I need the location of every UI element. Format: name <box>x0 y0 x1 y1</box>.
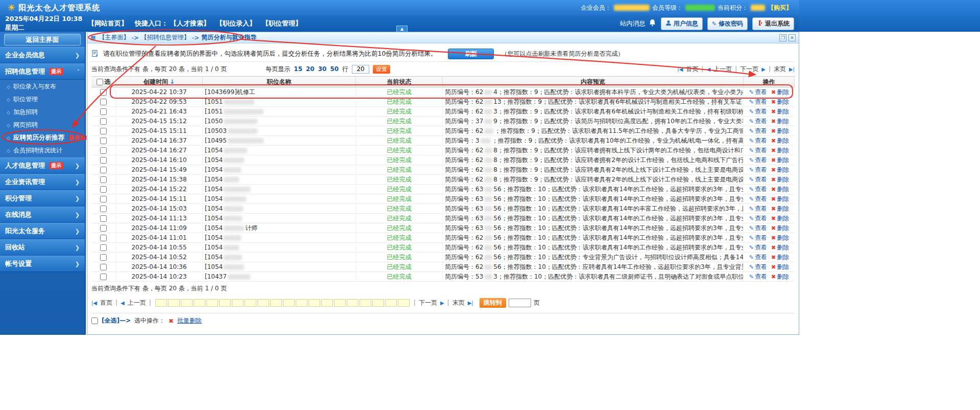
row-checkbox[interactable] <box>100 147 107 154</box>
per-page-option[interactable]: 15 <box>294 65 302 73</box>
delete-link[interactable]: ✖删除 <box>771 175 789 184</box>
per-page-option[interactable]: 30 <box>318 65 327 73</box>
bulk-delete-link[interactable]: 批量删除 <box>177 316 202 325</box>
view-link[interactable]: ✎查看 <box>749 88 767 97</box>
page-box[interactable] <box>181 299 193 307</box>
row-checkbox[interactable] <box>100 254 107 261</box>
row-checkbox[interactable] <box>100 167 107 173</box>
row-checkbox[interactable] <box>100 196 107 202</box>
delete-link[interactable]: ✖删除 <box>771 136 789 145</box>
first-page-link[interactable]: 首页 <box>100 299 112 307</box>
delete-link[interactable]: ✖删除 <box>771 224 789 233</box>
view-link[interactable]: ✎查看 <box>749 214 767 223</box>
sidebar-item[interactable]: 在线消息❯ <box>0 207 85 223</box>
row-checkbox[interactable] <box>100 138 107 144</box>
view-link[interactable]: ✎查看 <box>749 195 767 203</box>
row-checkbox[interactable] <box>100 186 107 193</box>
page-box[interactable] <box>385 299 397 307</box>
row-checkbox[interactable] <box>100 108 107 115</box>
jump-to-page-button[interactable]: 跳转到 <box>480 298 506 308</box>
sidebar-item[interactable]: 企业会员信息❯ <box>0 47 85 63</box>
delete-link[interactable]: ✖删除 <box>771 253 789 262</box>
quick-link[interactable]: 【人才搜索】 <box>170 19 210 28</box>
breadcrumb-recruit-mgmt[interactable]: 【招聘信息管理】 <box>141 33 190 42</box>
row-checkbox[interactable] <box>100 264 107 270</box>
page-box[interactable] <box>347 299 358 307</box>
select-all-link[interactable]: [全选]—> <box>102 316 131 325</box>
first-page-link[interactable]: 首页 <box>686 65 698 74</box>
prev-page-link[interactable]: 上一页 <box>128 299 146 307</box>
delete-link[interactable]: ✖删除 <box>771 88 789 97</box>
buy-points-link[interactable]: 【购买】 <box>768 4 792 12</box>
delete-link[interactable]: ✖删除 <box>771 146 789 155</box>
delete-link[interactable]: ✖删除 <box>771 263 789 271</box>
page-box[interactable] <box>219 299 231 307</box>
page-box[interactable] <box>296 299 307 307</box>
delete-link[interactable]: ✖删除 <box>771 195 789 203</box>
view-link[interactable]: ✎查看 <box>749 107 767 116</box>
view-link[interactable]: ✎查看 <box>749 146 767 155</box>
sidebar-item[interactable]: 回收站❯ <box>0 239 85 256</box>
created-column-label[interactable]: 创建时间 <box>144 78 168 86</box>
next-page-link[interactable]: 下一页 <box>740 65 758 74</box>
page-box[interactable] <box>334 299 346 307</box>
row-checkbox[interactable] <box>100 128 107 134</box>
change-password-button[interactable]: ✎ 修改密码 <box>707 17 748 30</box>
delete-link[interactable]: ✖删除 <box>771 204 789 213</box>
row-checkbox[interactable] <box>100 118 107 125</box>
sidebar-subitem[interactable]: ◇网页招聘 <box>0 119 85 131</box>
sidebar-item[interactable]: 企业资讯管理❯ <box>0 174 85 190</box>
page-box[interactable] <box>168 299 180 307</box>
view-link[interactable]: ✎查看 <box>749 156 767 165</box>
last-page-link[interactable]: 末页 <box>452 299 465 307</box>
set-per-page-button[interactable]: 设置 <box>373 65 390 74</box>
logout-button[interactable]: 退出系统 <box>752 17 794 30</box>
sidebar-item[interactable]: 积分管理❯ <box>0 190 85 207</box>
view-link[interactable]: ✎查看 <box>749 224 767 233</box>
page-box[interactable] <box>308 299 320 307</box>
row-checkbox[interactable] <box>100 215 107 222</box>
collapse-header-button[interactable]: ▲ <box>396 26 408 32</box>
site-messages-button[interactable]: 站内消息 <box>620 19 656 28</box>
view-link[interactable]: ✎查看 <box>749 234 767 242</box>
view-link[interactable]: ✎查看 <box>749 253 767 262</box>
delete-link[interactable]: ✖删除 <box>771 185 789 194</box>
jump-page-input[interactable] <box>509 299 531 307</box>
delete-link[interactable]: ✖删除 <box>771 214 789 223</box>
back-to-main-button[interactable]: 返回主界面 <box>4 34 81 45</box>
per-page-option[interactable]: 20 <box>306 65 315 73</box>
quick-link[interactable]: 【职位管理】 <box>262 19 302 28</box>
prev-page-link[interactable]: 上一页 <box>713 65 732 74</box>
delete-link[interactable]: ✖删除 <box>771 117 789 126</box>
delete-link[interactable]: ✖删除 <box>771 243 789 252</box>
select-all-header-checkbox[interactable] <box>97 79 103 85</box>
row-checkbox[interactable] <box>100 99 107 105</box>
view-link[interactable]: ✎查看 <box>749 204 767 213</box>
delete-link[interactable]: ✖删除 <box>771 127 789 135</box>
select-all-checkbox[interactable] <box>91 317 98 324</box>
sidebar-item[interactable]: 阳光太仓服务❯ <box>0 223 85 239</box>
delete-link[interactable]: ✖删除 <box>771 156 789 165</box>
page-box[interactable] <box>232 299 244 307</box>
view-link[interactable]: ✎查看 <box>749 98 767 106</box>
sidebar-item[interactable]: 帐号设置❯ <box>0 256 85 272</box>
row-checkbox[interactable] <box>100 89 107 96</box>
restore-window-button[interactable]: ❐ <box>779 34 786 41</box>
row-checkbox[interactable] <box>100 157 107 164</box>
row-checkbox[interactable] <box>100 225 107 232</box>
delete-link[interactable]: ✖删除 <box>771 272 789 281</box>
home-link[interactable]: 【网站首页】 <box>88 19 128 28</box>
view-link[interactable]: ✎查看 <box>749 117 767 126</box>
delete-link[interactable]: ✖删除 <box>771 234 789 242</box>
sidebar-subitem[interactable]: ◇职位管理 <box>0 93 85 106</box>
page-box[interactable] <box>372 299 384 307</box>
page-box[interactable] <box>257 299 269 307</box>
view-link[interactable]: ✎查看 <box>749 166 767 174</box>
close-window-button[interactable]: ✕ <box>788 34 796 41</box>
next-page-link[interactable]: 下一页 <box>419 299 437 307</box>
page-box[interactable] <box>321 299 333 307</box>
sidebar-subitem[interactable]: ◇应聘简历分析推荐最新推出 <box>0 131 85 144</box>
sidebar-item[interactable]: 人才信息管理提示❯ <box>0 157 85 174</box>
page-box[interactable] <box>398 299 410 307</box>
view-link[interactable]: ✎查看 <box>749 272 767 281</box>
